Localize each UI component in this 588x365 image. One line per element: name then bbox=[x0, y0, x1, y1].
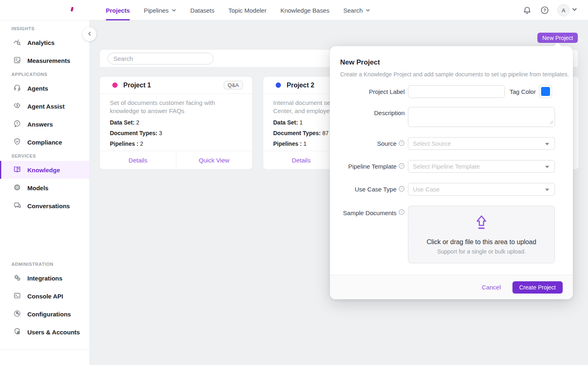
sidebar-item-label: Agent Assist bbox=[27, 103, 65, 110]
details-link[interactable]: Details bbox=[263, 151, 339, 169]
sidebar-group: Agents Agent Assist ? Answers Compliance bbox=[0, 79, 89, 151]
sidebar-item-compliance[interactable]: Compliance bbox=[0, 133, 89, 151]
avatar[interactable]: A bbox=[557, 4, 570, 16]
stat-label: Document Types: bbox=[273, 130, 321, 136]
use-case-select[interactable]: Use Case bbox=[408, 183, 555, 196]
pipeline-template-row: Pipeline Template ? Select Pipeline Temp… bbox=[340, 160, 555, 173]
quick-view-link[interactable]: Quick View bbox=[176, 151, 252, 169]
help-icon[interactable]: ? bbox=[540, 5, 550, 15]
svg-text:?: ? bbox=[543, 8, 546, 13]
description-textarea[interactable] bbox=[408, 107, 555, 127]
project-stat: Data Set: 2 bbox=[110, 119, 242, 126]
modal-subtitle: Create a Knowledge Project and add sampl… bbox=[340, 71, 569, 78]
project-badge: Q&A bbox=[224, 81, 243, 89]
sidebar-item-measurements[interactable]: Measurements bbox=[0, 51, 89, 69]
stat-label: Document Types: bbox=[110, 130, 157, 136]
nav-item-search[interactable]: Search bbox=[343, 0, 371, 20]
svg-text:?: ? bbox=[401, 187, 403, 191]
sidebar-item-models[interactable]: Models bbox=[0, 179, 89, 197]
sidebar-item-configurations[interactable]: Configurations bbox=[0, 305, 89, 323]
stat-value: 2 bbox=[140, 140, 143, 147]
upload-dropzone[interactable]: Click or drag file to this area to uploa… bbox=[408, 206, 555, 263]
cancel-button[interactable]: Cancel bbox=[482, 284, 501, 291]
select-caret-icon bbox=[545, 143, 549, 145]
notification-bell-icon[interactable] bbox=[522, 5, 532, 15]
project-color-dot bbox=[112, 82, 118, 88]
details-link[interactable]: Details bbox=[100, 151, 176, 169]
stat-label: Data Set: bbox=[110, 119, 135, 126]
field-label-text: Use Case Type bbox=[355, 186, 396, 193]
logo-mark-icon bbox=[71, 7, 74, 12]
sidebar-item-agents[interactable]: Agents bbox=[0, 79, 89, 97]
analytics-icon bbox=[13, 38, 21, 47]
tag-color-swatch[interactable] bbox=[539, 85, 552, 98]
project-card-header: Project 1 Q&A bbox=[100, 77, 252, 94]
new-project-button[interactable]: New Project bbox=[537, 33, 578, 43]
new-project-modal: New Project Create a Knowledge Project a… bbox=[330, 46, 573, 299]
use-case-type-row: Use Case Type ? Use Case bbox=[340, 183, 555, 196]
project-card-1: Project 1 Q&A Set of documents customer … bbox=[100, 77, 252, 169]
source-select[interactable]: Select Source bbox=[408, 137, 555, 150]
description-row: Description bbox=[340, 107, 555, 129]
sidebar-item-integrations[interactable]: Integrations bbox=[0, 269, 89, 287]
stat-value: 87 bbox=[322, 130, 329, 136]
nav-item-projects[interactable]: Projects bbox=[106, 0, 130, 20]
sidebar-item-label: Console API bbox=[27, 293, 63, 300]
field-label-text: Sample Documents bbox=[343, 209, 396, 216]
sidebar-item-label: Answers bbox=[27, 121, 53, 128]
create-project-button[interactable]: Create Project bbox=[512, 281, 563, 294]
stat-value: 1 bbox=[303, 140, 307, 147]
question-circle-icon[interactable]: ? bbox=[399, 163, 405, 170]
sidebar-group: Analytics Measurements bbox=[0, 33, 89, 69]
nav-item-topic-modeler[interactable]: Topic Modeler bbox=[228, 0, 266, 20]
sidebar-item-label: Integrations bbox=[27, 275, 62, 282]
question-circle-icon[interactable]: ? bbox=[399, 140, 405, 147]
question-circle-icon[interactable]: ? bbox=[399, 209, 405, 216]
project-card-footer: Details Quick View bbox=[100, 151, 252, 169]
sidebar-item-console-api[interactable]: Console API bbox=[0, 287, 89, 305]
sidebar-item-label: Configurations bbox=[27, 311, 71, 318]
sidebar-item-users-accounts[interactable]: Users & Accounts bbox=[0, 323, 89, 341]
sidebar-section-applications: APPLICATIONS bbox=[11, 71, 89, 77]
sidebar-item-knowledge[interactable]: Knowledge bbox=[0, 161, 89, 179]
sidebar-item-answers[interactable]: ? Answers bbox=[0, 115, 89, 133]
chevron-down-icon bbox=[365, 8, 370, 13]
question-circle-icon[interactable]: ? bbox=[399, 186, 405, 193]
chevron-down-icon bbox=[572, 7, 577, 14]
nav-item-knowledge-bases[interactable]: Knowledge Bases bbox=[281, 0, 330, 20]
svg-text:?: ? bbox=[401, 210, 403, 214]
pipeline-template-field-label: Pipeline Template ? bbox=[340, 163, 405, 170]
users-accounts-shield-icon bbox=[13, 327, 21, 337]
use-case-field-label: Use Case Type ? bbox=[340, 186, 405, 193]
project-label-input[interactable] bbox=[408, 85, 505, 98]
search-input[interactable] bbox=[107, 53, 214, 65]
sidebar-item-conversations[interactable]: Conversations bbox=[0, 197, 89, 215]
popover-arrow bbox=[554, 42, 561, 50]
select-caret-icon bbox=[545, 189, 549, 191]
sidebar-item-analytics[interactable]: Analytics bbox=[0, 33, 89, 51]
sidebar-collapse-button[interactable] bbox=[82, 27, 96, 41]
stat-label: Data Set: bbox=[273, 119, 298, 126]
sidebar-item-label: Analytics bbox=[27, 39, 55, 46]
svg-text:?: ? bbox=[401, 141, 403, 145]
nav-item-pipelines[interactable]: Pipelines bbox=[144, 0, 176, 20]
field-label-text: Description bbox=[374, 109, 405, 116]
stat-value: 2 bbox=[136, 119, 140, 126]
source-field-label: Source ? bbox=[340, 140, 405, 147]
answers-question-bubble-icon: ? bbox=[13, 120, 21, 129]
agents-headset-icon bbox=[13, 84, 21, 93]
conversations-chat-icon bbox=[13, 201, 21, 211]
sidebar-item-label: Conversations bbox=[27, 203, 70, 209]
pipeline-template-select[interactable]: Select Pipeline Template bbox=[408, 160, 555, 173]
project-card-body: Set of documents customer facing with kn… bbox=[100, 94, 252, 147]
nav-label: Knowledge Bases bbox=[281, 7, 330, 14]
nav-item-datasets[interactable]: Datasets bbox=[190, 0, 214, 20]
sidebar-item-label: Measurements bbox=[27, 57, 70, 64]
sidebar-item-agent-assist[interactable]: Agent Assist bbox=[0, 97, 89, 115]
compliance-shield-icon bbox=[13, 138, 21, 147]
upload-main-text: Click or drag file to this area to uploa… bbox=[408, 238, 555, 246]
account-menu[interactable]: A bbox=[557, 4, 577, 16]
nav-label: Pipelines bbox=[144, 7, 169, 14]
stat-label: Pipelines : bbox=[110, 140, 138, 147]
nav-label: Topic Modeler bbox=[228, 7, 266, 14]
